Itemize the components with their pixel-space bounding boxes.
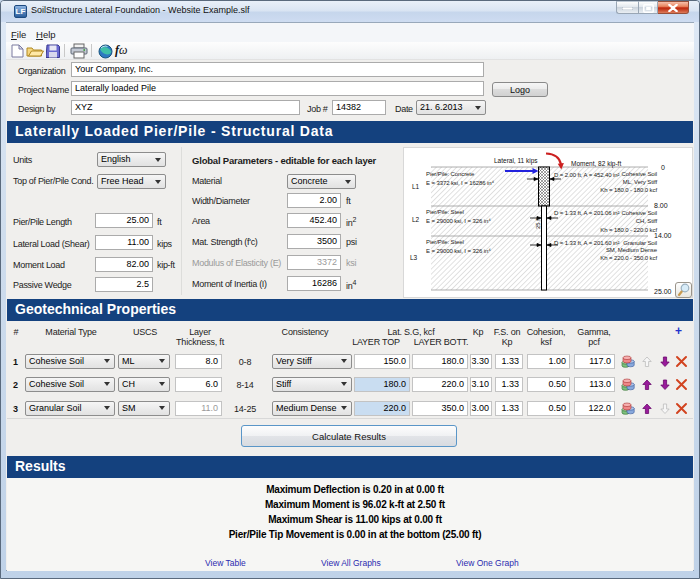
svg-text:ML, Very Stiff: ML, Very Stiff (623, 179, 658, 185)
svg-text:8.00: 8.00 (654, 202, 668, 209)
svg-text:25.00: 25.00 (654, 288, 672, 295)
svg-text:E = 29000 ksi, I = 326 in⁴: E = 29000 ksi, I = 326 in⁴ (426, 248, 491, 254)
svg-text:Pier/Pile: Steel: Pier/Pile: Steel (426, 239, 464, 245)
svg-text:Moment, 82 kip-ft: Moment, 82 kip-ft (571, 160, 621, 168)
svg-text:25 ft: 25 ft (535, 217, 541, 229)
svg-text:14.00: 14.00 (654, 232, 672, 239)
svg-text:L2: L2 (412, 216, 420, 223)
svg-text:Kh = 220.0 - 350.0 kcf: Kh = 220.0 - 350.0 kcf (600, 255, 657, 261)
svg-text:CH, Stiff: CH, Stiff (636, 218, 658, 224)
svg-text:Kh = 180.0 - 220.0 kcf: Kh = 180.0 - 220.0 kcf (600, 227, 657, 233)
svg-text:D = 1.33 ft, A = 201.60 in²: D = 1.33 ft, A = 201.60 in² (554, 240, 619, 246)
svg-text:Cohesive Soil: Cohesive Soil (622, 210, 657, 216)
svg-text:Pier/Pile: Concrete: Pier/Pile: Concrete (426, 171, 475, 177)
svg-text:E = 29000 ksi, I = 326 in⁴: E = 29000 ksi, I = 326 in⁴ (426, 218, 491, 224)
svg-text:D = 1.33 ft, A = 201.06 in²: D = 1.33 ft, A = 201.06 in² (554, 210, 619, 216)
svg-text:Lateral, 11 kips: Lateral, 11 kips (494, 157, 538, 165)
svg-text:Kh = 180.0 - 180.0 kcf: Kh = 180.0 - 180.0 kcf (600, 187, 657, 193)
svg-text:L3: L3 (410, 254, 418, 261)
svg-text:D = 2.00 ft, A = 452.40 in²: D = 2.00 ft, A = 452.40 in² (554, 172, 619, 178)
svg-text:Pier/Pile: Steel: Pier/Pile: Steel (426, 209, 464, 215)
svg-text:SM, Medium Dense: SM, Medium Dense (606, 247, 658, 253)
svg-text:L1: L1 (412, 183, 420, 190)
svg-text:Cohesive Soil: Cohesive Soil (622, 171, 657, 177)
svg-text:0: 0 (661, 164, 665, 171)
svg-text:Granular Soil: Granular Soil (623, 240, 657, 246)
svg-text:E = 3372 ksi, I = 16286 in⁴: E = 3372 ksi, I = 16286 in⁴ (426, 180, 494, 186)
